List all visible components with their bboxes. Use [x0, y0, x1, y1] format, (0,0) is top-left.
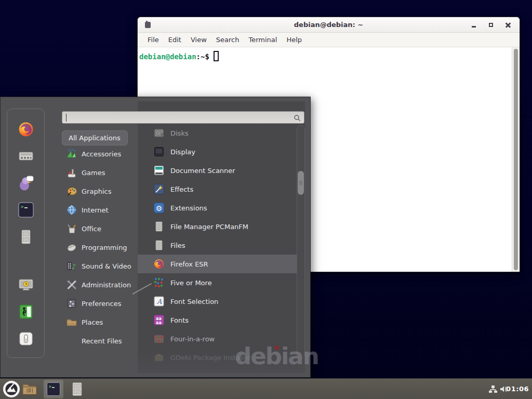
document-scanner-icon: [153, 165, 165, 176]
favorite-power[interactable]: [18, 330, 34, 347]
category-preferences[interactable]: Preferences: [62, 294, 138, 313]
administration-icon: [66, 279, 77, 290]
category-label: Administration: [82, 281, 131, 289]
category-games[interactable]: Games: [62, 163, 138, 182]
effects-icon: [153, 183, 165, 195]
app-label: Files: [170, 242, 185, 249]
favorite-firefox[interactable]: [18, 121, 34, 138]
app-label: Effects: [170, 185, 193, 193]
category-recent-files[interactable]: Recent Files: [62, 331, 138, 350]
favorite-file-manager[interactable]: [18, 229, 34, 245]
menu-search[interactable]: Search: [211, 34, 244, 46]
folder-icon: [D]: [22, 382, 37, 396]
taskbar: [D] > 01:06: [0, 378, 532, 399]
terminal-window-icon: [145, 22, 151, 28]
games-icon: [66, 167, 77, 178]
category-programming[interactable]: Programming: [62, 238, 138, 257]
desktop[interactable]: debian@debian: ~ File Edit View Search T…: [0, 0, 532, 399]
category-office[interactable]: Office: [62, 219, 138, 238]
menu-button[interactable]: [3, 380, 20, 398]
clock[interactable]: 01:06: [506, 385, 529, 393]
menu-scrollbar[interactable]: [297, 125, 305, 359]
font-selection-icon: A: [153, 296, 165, 307]
app-row-disks[interactable]: Disks: [138, 124, 298, 142]
app-row-pcmanfm[interactable]: File Manager PCManFM: [138, 217, 298, 236]
category-label: Programming: [82, 244, 127, 251]
favorite-terminal[interactable]: >: [18, 202, 34, 218]
app-row-files[interactable]: Files: [138, 236, 298, 255]
category-label: Office: [82, 225, 101, 233]
internet-icon: [66, 204, 77, 216]
category-graphics[interactable]: Graphics: [62, 182, 138, 201]
app-row-extensions[interactable]: ⚙ Extensions: [138, 198, 298, 217]
app-label: Fonts: [170, 316, 189, 324]
category-sound-video[interactable]: ♪ Sound & Video: [62, 257, 138, 275]
terminal-scrollbar[interactable]: [512, 47, 520, 272]
category-label: Places: [82, 318, 103, 326]
fonts-icon: aaaa: [153, 314, 165, 326]
svg-text:>: >: [49, 384, 51, 389]
app-label: Extensions: [170, 204, 207, 212]
category-administration[interactable]: Administration: [62, 275, 138, 294]
category-label: Recent Files: [82, 337, 122, 345]
category-label: Graphics: [82, 188, 111, 195]
app-label: Font Selection: [170, 298, 218, 305]
applications-menu: Disks Display Document Scanner Effects: [0, 97, 311, 378]
menu-file[interactable]: File: [143, 34, 164, 46]
menu-help[interactable]: Help: [282, 34, 307, 46]
app-label: Disks: [170, 129, 189, 137]
desktop-folder-launcher[interactable]: [D]: [22, 382, 37, 396]
five-or-more-icon: [153, 277, 165, 288]
terminal-titlebar[interactable]: debian@debian: ~: [138, 17, 520, 33]
minimize-button[interactable]: [469, 21, 478, 30]
preferences-icon: [66, 298, 77, 309]
network-icon[interactable]: [488, 385, 498, 393]
prompt-suffix: :~$: [196, 52, 209, 61]
menu-terminal[interactable]: Terminal: [244, 34, 282, 46]
category-internet[interactable]: Internet: [62, 201, 138, 219]
terminal-task-button[interactable]: >: [44, 380, 63, 398]
app-list: Disks Display Document Scanner Effects: [138, 101, 305, 373]
four-in-a-row-icon: [153, 333, 165, 344]
firefox-icon: [153, 258, 165, 270]
svg-text:⚙: ⚙: [156, 204, 163, 212]
svg-text:>: >: [21, 204, 24, 209]
close-button[interactable]: [503, 21, 512, 30]
programming-icon: [66, 242, 77, 253]
app-row-effects[interactable]: Effects: [138, 180, 298, 198]
search-box[interactable]: [62, 111, 304, 124]
all-applications-button[interactable]: All Applications: [62, 130, 128, 145]
maximize-button[interactable]: [486, 21, 495, 30]
app-label: Display: [170, 148, 195, 156]
watermark-dot: [275, 345, 279, 350]
menu-edit[interactable]: Edit: [164, 34, 186, 46]
terminal-menubar: File Edit View Search Terminal Help: [138, 33, 520, 47]
menu-scrollbar-thumb[interactable]: [298, 171, 304, 195]
sound-video-icon: ♪: [66, 260, 77, 272]
app-row-fonts[interactable]: aaaa Fonts: [138, 311, 298, 329]
all-applications-label: All Applications: [69, 134, 121, 142]
terminal-scrollbar-thumb[interactable]: [514, 49, 518, 270]
favorite-logout[interactable]: [18, 303, 34, 320]
app-row-five-or-more[interactable]: Five or More: [138, 273, 298, 292]
accessories-icon: [66, 148, 77, 159]
svg-text:♪: ♪: [72, 262, 76, 271]
app-row-font-selection[interactable]: A Font Selection: [138, 292, 298, 311]
app-row-display[interactable]: Display: [138, 142, 298, 161]
app-label: Firefox ESR: [170, 260, 208, 268]
file-manager-launcher[interactable]: [71, 382, 84, 396]
favorite-keyboard[interactable]: [18, 148, 34, 164]
window-controls: [469, 17, 512, 33]
menu-view[interactable]: View: [186, 34, 211, 46]
favorite-pidgin[interactable]: [18, 175, 34, 191]
terminal-title: debian@debian: ~: [294, 21, 363, 29]
category-accessories[interactable]: Accessories: [62, 144, 138, 163]
app-label: Five or More: [170, 279, 212, 287]
app-row-firefox-esr[interactable]: Firefox ESR: [138, 255, 298, 273]
favorite-lock-screen[interactable]: [18, 276, 34, 293]
search-input[interactable]: [62, 112, 304, 123]
category-label: Accessories: [82, 150, 121, 158]
app-row-document-scanner[interactable]: Document Scanner: [138, 161, 298, 180]
category-places[interactable]: Places: [62, 313, 138, 331]
terminal-prompt: debian@debian:~$: [138, 47, 520, 61]
